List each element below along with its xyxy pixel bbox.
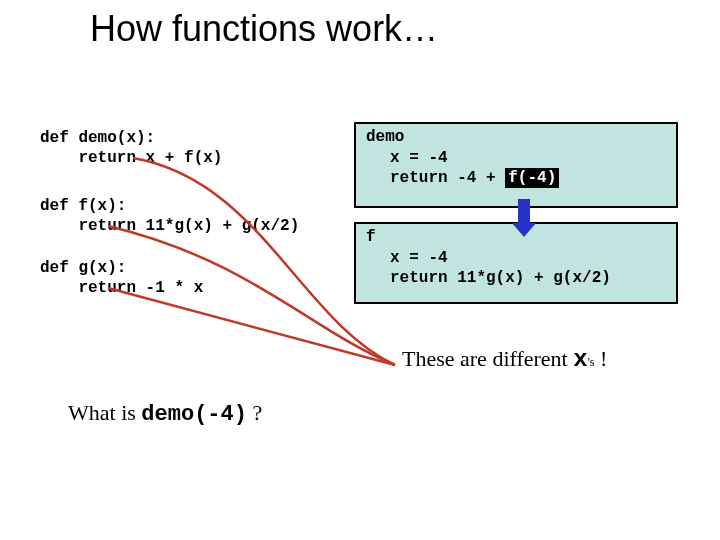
slide-title: How functions work…	[90, 8, 438, 50]
down-arrow-icon	[518, 199, 536, 237]
footnote-pre: These are different	[402, 346, 573, 371]
footnote-text: These are different x's !	[402, 346, 607, 373]
trace-f-line2: return 11*g(x) + g(x/2)	[390, 269, 611, 287]
footnote-post: !	[594, 346, 607, 371]
trace-f-head: f	[366, 228, 376, 246]
trace-demo-body: x = -4 return -4 + f(-4)	[390, 148, 559, 188]
code-def-g: def g(x): return -1 * x	[40, 258, 203, 298]
code-def-f: def f(x): return 11*g(x) + g(x/2)	[40, 196, 299, 236]
code-def-demo: def demo(x): return x + f(x)	[40, 128, 222, 168]
question-prefix: What is	[68, 400, 141, 425]
footnote-x: x	[573, 346, 587, 373]
trace-f-body: x = -4 return 11*g(x) + g(x/2)	[390, 248, 611, 288]
trace-demo-head: demo	[366, 128, 404, 146]
trace-demo-line2-call: f(-4)	[505, 168, 559, 188]
question-text: What is demo(-4) ?	[68, 400, 262, 427]
question-call: demo(-4)	[141, 402, 247, 427]
trace-demo-line1: x = -4	[390, 149, 448, 167]
trace-f-line1: x = -4	[390, 249, 448, 267]
trace-box-demo: demo x = -4 return -4 + f(-4)	[354, 122, 678, 208]
question-suffix: ?	[247, 400, 262, 425]
trace-demo-line2-prefix: return -4 +	[390, 169, 505, 187]
